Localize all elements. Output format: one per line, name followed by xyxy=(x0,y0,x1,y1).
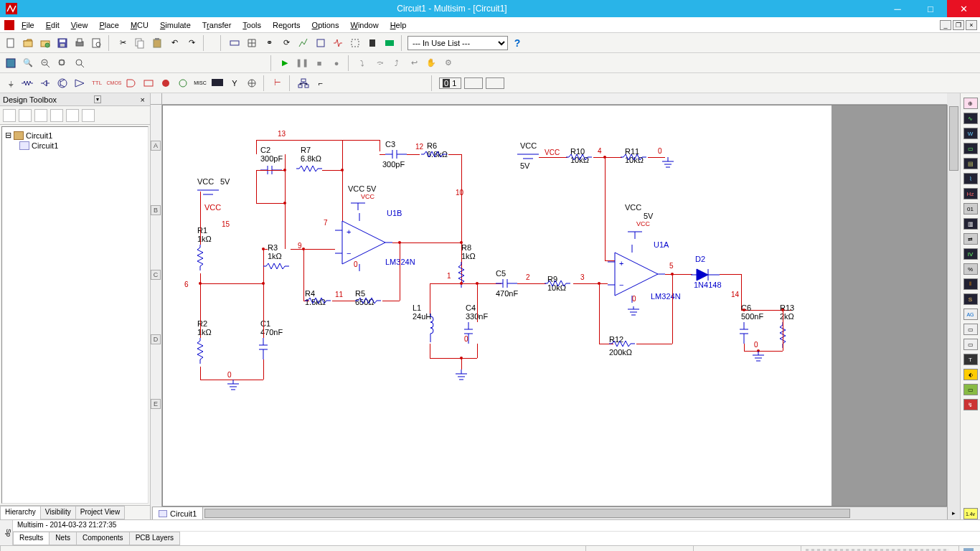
component-r7[interactable]: R7 6.8kΩ xyxy=(301,146,321,163)
component-icon[interactable] xyxy=(227,35,242,51)
rf-icon[interactable]: Y xyxy=(227,75,242,91)
panel-tool-2[interactable] xyxy=(19,109,32,122)
ground-r11[interactable] xyxy=(661,157,675,171)
vcc-u1a[interactable]: VCC 5V VCC xyxy=(625,203,641,212)
hierarchical-icon[interactable] xyxy=(296,75,311,91)
component-r11[interactable]: R11 10kΩ xyxy=(625,147,644,164)
tab-hierarchy[interactable]: Hierarchy xyxy=(0,506,41,519)
minimize-button[interactable]: ─ xyxy=(881,0,914,17)
ag-mm-icon[interactable]: ▭ xyxy=(963,339,978,350)
probe-icon[interactable] xyxy=(313,35,329,51)
ground-u1a[interactable] xyxy=(626,306,641,319)
record-icon[interactable]: ● xyxy=(329,55,344,71)
ground-mid[interactable] xyxy=(454,369,468,384)
mixed-icon[interactable] xyxy=(141,75,156,91)
component-l1[interactable]: L1 24uH xyxy=(413,303,431,321)
tab-project-view[interactable]: Project View xyxy=(75,506,125,519)
connector-icon[interactable]: ⌐ xyxy=(313,75,329,91)
document-tab[interactable]: Circuit1 xyxy=(152,507,203,519)
component-r8[interactable]: R8 1kΩ xyxy=(461,243,476,260)
breadboard-icon[interactable] xyxy=(382,35,397,51)
print-preview-icon[interactable] xyxy=(89,35,105,51)
logic-converter-icon[interactable]: ⇄ xyxy=(963,233,978,245)
meter-widget[interactable] xyxy=(464,77,483,89)
oscilloscope-icon[interactable]: ▭ xyxy=(963,143,978,154)
ground-icon[interactable]: ⏚ xyxy=(3,75,19,91)
analysis-icon[interactable] xyxy=(330,35,346,51)
current-probe-icon[interactable]: ↯ xyxy=(963,399,978,410)
network-icon[interactable]: S xyxy=(963,293,978,305)
tek-scope-icon[interactable]: T xyxy=(963,354,978,365)
tab-visibility[interactable]: Visibility xyxy=(40,506,76,519)
component-r6[interactable]: R6 6.8kΩ xyxy=(427,141,448,159)
electromech-icon[interactable] xyxy=(244,75,260,91)
menu-options[interactable]: Options xyxy=(306,19,345,31)
vcc-u1b[interactable]: VCC 5V VCC xyxy=(348,184,364,193)
display-icon[interactable] xyxy=(209,75,225,91)
voltage-probe-icon[interactable]: 1.4v xyxy=(963,508,978,519)
in-use-select[interactable]: --- In Use List --- xyxy=(407,36,508,50)
step-over-icon[interactable]: ⤼ xyxy=(372,55,387,71)
iv-analyzer-icon[interactable]: IV xyxy=(963,248,978,260)
bode-plotter-icon[interactable]: ⌇ xyxy=(963,173,978,184)
panel-tool-1[interactable] xyxy=(3,109,16,122)
zoom-fit-icon[interactable] xyxy=(72,55,88,71)
open-project-icon[interactable] xyxy=(37,35,53,51)
diode-icon[interactable] xyxy=(37,75,53,91)
component-r12[interactable]: R12 200kΩ xyxy=(609,335,623,344)
component-c3[interactable]: C3 300pF xyxy=(385,140,395,149)
tab-results[interactable]: Results xyxy=(13,532,50,545)
redo-icon[interactable]: ↷ xyxy=(184,35,199,51)
panel-dropdown-icon[interactable]: ▾ xyxy=(94,95,101,103)
distortion-icon[interactable]: % xyxy=(963,263,978,275)
grid-icon[interactable] xyxy=(244,35,260,51)
cmos-icon[interactable]: CMOS xyxy=(106,75,122,91)
panel-tool-3[interactable] xyxy=(34,109,47,122)
menu-transfer[interactable]: Transfer xyxy=(197,19,237,31)
vcc-right[interactable]: VCC 5V xyxy=(520,141,537,150)
ground-left[interactable] xyxy=(226,380,240,394)
pause-icon[interactable]: ❚❚ xyxy=(294,55,310,71)
component-r10[interactable]: R10 10kΩ xyxy=(570,147,589,164)
resistor-icon[interactable] xyxy=(20,75,36,91)
tree-expand-icon[interactable]: ⊟ xyxy=(5,131,11,140)
menu-reports[interactable]: Reports xyxy=(267,19,306,31)
hand-icon[interactable]: ✋ xyxy=(423,55,439,71)
ic-icon[interactable] xyxy=(364,35,380,51)
step-out-icon[interactable]: ⤴ xyxy=(389,55,405,71)
design-tree[interactable]: ⊟ Circuit1 Circuit1 xyxy=(1,126,149,504)
menu-tools[interactable]: Tools xyxy=(237,19,267,31)
panel-tool-6[interactable] xyxy=(82,109,95,122)
component-c5[interactable]: C5 470nF xyxy=(496,269,506,278)
component-r5[interactable]: R5 650Ω xyxy=(355,289,374,306)
misc-icon[interactable]: MISC xyxy=(192,75,208,91)
component-u1b[interactable]: +− U1B LM324N xyxy=(335,217,392,269)
print-icon[interactable] xyxy=(72,35,88,51)
spreadsheet-side-tab[interactable]: Sp xyxy=(0,520,13,545)
scrollbar-vertical[interactable] xyxy=(947,105,960,507)
menu-place[interactable]: Place xyxy=(93,19,125,31)
logic-analyzer-icon[interactable]: ▥ xyxy=(963,218,978,230)
panel-tool-4[interactable] xyxy=(50,109,63,122)
menu-view[interactable]: View xyxy=(65,19,94,31)
graph-icon[interactable] xyxy=(296,35,311,51)
rotate-icon[interactable]: ⟳ xyxy=(278,35,294,51)
menu-file[interactable]: File xyxy=(16,19,40,31)
indicator-icon[interactable] xyxy=(158,75,174,91)
tab-nets[interactable]: Nets xyxy=(49,532,77,545)
mdi-minimize-button[interactable]: _ xyxy=(940,20,951,30)
select-icon[interactable] xyxy=(347,35,363,51)
menu-window[interactable]: Window xyxy=(344,19,384,31)
switch-widget[interactable]: 01 xyxy=(439,77,461,89)
wattmeter-icon[interactable]: W xyxy=(963,128,978,139)
undo-icon[interactable]: ↶ xyxy=(166,35,182,51)
gear-icon[interactable]: ⚙ xyxy=(440,55,456,71)
stop-icon[interactable]: ■ xyxy=(311,55,327,71)
component-r1[interactable]: R1 1kΩ xyxy=(197,226,212,243)
4ch-scope-icon[interactable]: ▤ xyxy=(963,158,978,169)
ground-right[interactable] xyxy=(751,351,765,365)
open-icon[interactable] xyxy=(20,35,36,51)
ag-gen-icon[interactable]: ▭ xyxy=(963,324,978,335)
component-r3[interactable]: R3 1kΩ xyxy=(268,243,282,260)
menu-help[interactable]: Help xyxy=(385,19,413,31)
